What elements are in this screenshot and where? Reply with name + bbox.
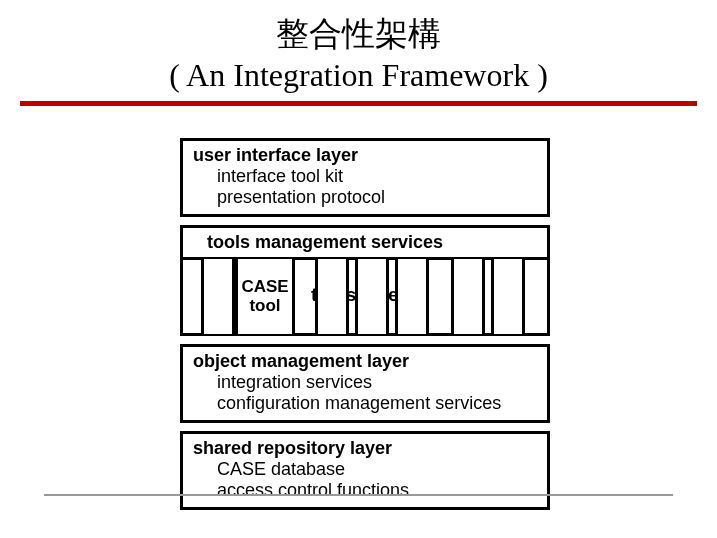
case-line2: tool [238, 297, 292, 316]
title-underline [20, 101, 697, 106]
shared-repository-layer-box: shared repository layer CASE database ac… [180, 431, 550, 510]
tools-management-services-box: tools management services [180, 225, 550, 260]
ui-layer-sub1: interface tool kit [193, 166, 537, 187]
framework-diagram: user interface layer interface tool kit … [180, 138, 550, 518]
tool-slot [491, 259, 525, 334]
object-management-layer-box: object management layer integration serv… [180, 344, 550, 423]
oml-sub1: integration services [193, 372, 537, 393]
title-chinese: 整合性架構 [0, 14, 717, 55]
srl-sub1: CASE database [193, 459, 537, 480]
user-interface-layer-box: user interface layer interface tool kit … [180, 138, 550, 217]
tool-slot [355, 259, 389, 334]
case-line1: CASE [238, 278, 292, 297]
footer-rule [44, 494, 673, 496]
srl-sub2: access control functions [193, 480, 537, 501]
tool-slot [315, 259, 349, 334]
oml-sub2: configuration management services [193, 393, 537, 414]
tool-slot [395, 259, 429, 334]
title-english: ( An Integration Framework ) [0, 55, 717, 95]
srl-title: shared repository layer [193, 438, 537, 459]
tms-label: tools management services [207, 232, 443, 252]
oml-title: object management layer [193, 351, 537, 372]
tool-slot [451, 259, 485, 334]
ui-layer-title: user interface layer [193, 145, 537, 166]
case-tool-slot: CASE tool [235, 259, 295, 334]
tool-slot [201, 259, 235, 334]
slide-title: 整合性架構 ( An Integration Framework ) [0, 0, 717, 95]
ui-layer-sub2: presentation protocol [193, 187, 537, 208]
tools-layer-box: CASE tool tools layer [180, 260, 550, 336]
